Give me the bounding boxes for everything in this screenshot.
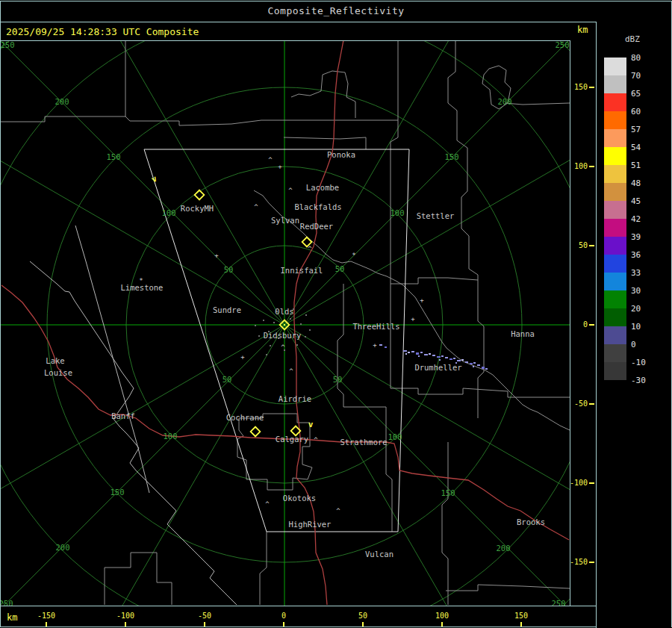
town-marker: ^: [265, 500, 270, 508]
clutter-dot: [258, 335, 260, 337]
precip-echo: [465, 361, 468, 363]
colorbar-swatch: [604, 201, 626, 219]
city-label: Stettler: [417, 211, 455, 220]
colorbar-value: 70: [631, 71, 665, 81]
x-axis-tick-label: 100: [427, 612, 457, 620]
y-axis-tick-label: 0: [565, 320, 588, 329]
city-label: Lacombe: [306, 183, 339, 192]
city-label: Ponoka: [327, 150, 355, 159]
precip-echo: [482, 367, 485, 369]
town-marker: +: [411, 315, 415, 323]
clutter-dot: [266, 354, 267, 355]
precip-echo: [461, 359, 464, 361]
colorbar-value: 51: [631, 161, 665, 170]
y-axis-tick-mark: [589, 562, 594, 563]
colorbar-value: 42: [631, 214, 665, 224]
ring-distance-label: 150: [441, 488, 455, 497]
x-axis-tick-label: 0: [269, 612, 299, 620]
colorbar-value: 65: [631, 89, 665, 99]
window-bottom-border: [0, 627, 672, 627]
town-marker: ^: [281, 343, 285, 351]
radar-site-dot: [284, 324, 285, 326]
city-label: Brooks: [517, 517, 545, 526]
town-marker: *: [352, 252, 355, 259]
city-label: Strathmore: [340, 438, 387, 447]
precip-echo: [441, 355, 444, 357]
ring-distance-label: 100: [391, 208, 405, 217]
x-axis-tick-label: -100: [111, 612, 140, 620]
city-label: Cochrane: [226, 413, 264, 422]
ring-distance-label: 200: [56, 543, 70, 552]
colorbar-value: 45: [631, 196, 665, 206]
precip-echo: [470, 363, 473, 364]
county-boundary: [125, 116, 398, 125]
y-axis-tick-mark: [589, 166, 594, 167]
town-marker: ^: [314, 436, 318, 444]
right-axis-unit: km: [577, 25, 588, 35]
colorbar-swatch: [604, 75, 626, 93]
ring-distance-label: 150: [445, 152, 459, 161]
y-axis-tick-mark: [589, 403, 594, 405]
precip-echo: [485, 368, 488, 370]
colorbar-value: 10: [631, 322, 665, 332]
precip-echo: [408, 352, 410, 353]
colorbar-swatch: [604, 308, 626, 326]
precip-echo: [432, 355, 435, 356]
park-boundary: [75, 226, 149, 493]
city-label: Drumheller: [414, 363, 461, 372]
ring-distance-label: 250: [556, 40, 570, 49]
bottom-axis-unit: km: [7, 612, 17, 623]
precip-echo: [473, 366, 474, 367]
county-boundary: [386, 442, 392, 532]
ring-distance-label: 200: [55, 97, 69, 106]
y-axis-tick-mark: [589, 87, 594, 88]
city-label: Innisfail: [281, 266, 323, 275]
county-boundary: [237, 414, 312, 490]
y-axis: 150100500-50-100-150: [570, 40, 596, 606]
colorbar-swatch: [604, 362, 626, 380]
storm-vector-arrowhead: v: [150, 173, 159, 184]
city-label: Vulcan: [365, 550, 393, 559]
precip-echo: [385, 346, 387, 348]
window-title: Composite_Reflectivity: [0, 5, 672, 16]
y-axis-tick-label: -50: [565, 400, 588, 408]
radar-map-canvas[interactable]: 5010015020025050100150200250501001502002…: [0, 40, 570, 606]
town-marker: +: [240, 353, 245, 361]
precip-echo: [457, 360, 461, 361]
ring-distance-label: 150: [111, 488, 125, 497]
county-boundary: [505, 103, 570, 105]
city-label: RedDeer: [300, 222, 333, 231]
town-marker: +: [373, 341, 377, 349]
precip-echo: [429, 353, 431, 355]
clutter-dot: [309, 329, 311, 331]
clutter-dot: [270, 345, 271, 346]
town-marker: ^: [268, 156, 273, 164]
town-marker: ^: [289, 367, 293, 375]
precip-echo: [403, 350, 407, 352]
ring-distance-label: 100: [164, 432, 178, 441]
y-axis-tick-label: 100: [565, 162, 588, 170]
precip-echo: [379, 344, 382, 346]
precip-echo: [445, 357, 448, 358]
ring-distance-label: 50: [223, 375, 232, 384]
radar-map[interactable]: 5010015020025050100150200250501001502002…: [0, 40, 570, 606]
colorbar-swatch: [604, 290, 626, 308]
y-axis-tick-label: 150: [565, 83, 588, 91]
town-marker: +: [278, 163, 282, 170]
colorbar-value: 48: [631, 178, 665, 188]
colorbar-swatch: [604, 255, 626, 273]
colorbar-panel: dBZ 807065605754514845423936333020100-10…: [596, 22, 672, 628]
precip-echo: [418, 355, 420, 357]
window-left-border: [0, 1, 1, 627]
precip-echo: [411, 351, 414, 352]
county-boundary: [442, 442, 448, 605]
town-marker: +: [420, 296, 424, 304]
city-label: Didsbury: [264, 331, 302, 340]
colorbar-swatch: [604, 326, 626, 344]
county-boundary: [391, 278, 478, 284]
precip-echo: [453, 358, 455, 359]
town-marker: +: [214, 252, 219, 259]
county-boundary: [291, 71, 355, 118]
city-label: Lake: [46, 356, 64, 365]
county-boundary: [260, 532, 267, 605]
